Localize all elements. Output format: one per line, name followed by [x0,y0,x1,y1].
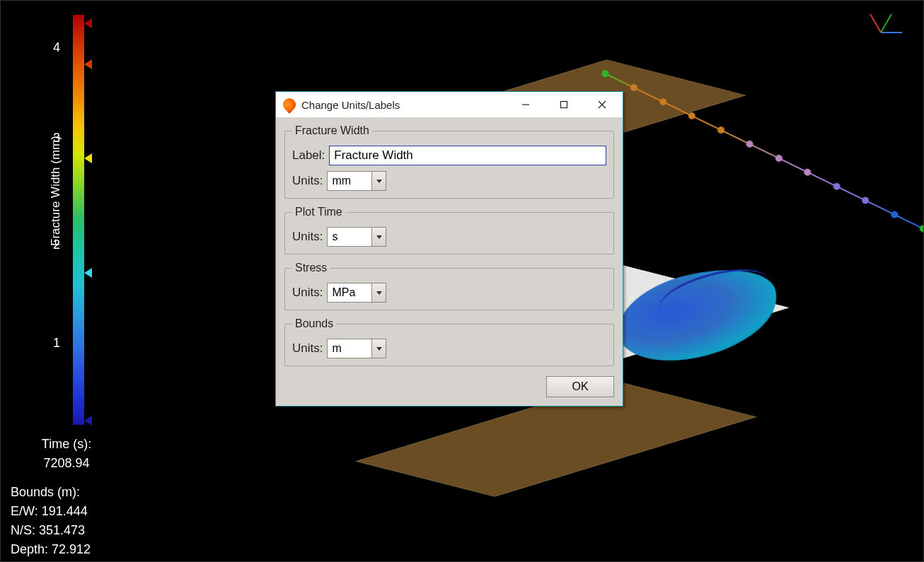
chevron-down-icon [371,172,386,190]
time-value: 7208.94 [28,454,105,473]
bounds-units-select[interactable]: m [327,339,386,358]
colorbar-axis-label: Fracture Width (mm) [49,136,63,246]
legend-bounds: Bounds [292,317,336,330]
svg-rect-1 [561,102,567,108]
colorbar-marker[interactable] [84,18,92,28]
fracture-width-label-input[interactable] [329,146,606,165]
app-icon [280,95,298,113]
bounds-ew: E/W: 191.444 [11,502,91,521]
close-icon [598,100,606,109]
bounds-ns: N/S: 351.473 [11,521,91,540]
axis-y [880,14,892,33]
stress-units-select[interactable]: MPa [327,283,386,303]
dialog-title: Change Units/Labels [301,99,504,111]
select-value: mm [328,172,371,190]
ok-button[interactable]: OK [546,376,614,397]
minimize-button[interactable] [509,94,542,115]
chevron-down-icon [371,339,386,358]
bounds-readout: Bounds (m): E/W: 191.444 N/S: 351.473 De… [11,483,91,559]
bounds-label: Bounds (m): [11,483,91,502]
maximize-icon [560,100,568,109]
trajectory-node [889,210,899,219]
units-label: Units: [292,230,323,244]
colorbar-tick: 2 [53,237,60,252]
legend-stress: Stress [292,262,330,274]
close-button[interactable] [586,94,618,115]
trajectory-node [687,111,696,120]
units-label: Units: [292,341,323,356]
trajectory-node [860,196,870,205]
colorbar-marker[interactable] [84,153,92,163]
group-plot-time: Plot Time Units: s [284,206,614,254]
colorbar-marker[interactable] [84,59,92,69]
minimize-icon [521,100,530,109]
maximize-button[interactable] [548,94,580,115]
group-fracture-width: Fracture Width Label: Units: mm [284,124,614,199]
time-readout: Time (s): 7208.94 [28,435,105,473]
select-value: s [328,228,371,246]
fracture-width-units-select[interactable]: mm [327,171,386,191]
dialog-titlebar[interactable]: Change Units/Labels [276,92,623,117]
well-trajectory [602,71,923,234]
trajectory-node [774,153,783,163]
colorbar: Fracture Width (mm) 4321 [22,11,114,428]
units-label: Units: [292,286,323,300]
colorbar-tick: 4 [53,40,60,55]
trajectory-node [803,168,812,177]
colorbar-marker[interactable] [84,268,92,278]
group-bounds: Bounds Units: m [284,317,614,366]
units-label: Units: [292,174,323,188]
colorbar-tick: 1 [53,336,60,351]
colorbar-gradient [73,15,84,425]
trajectory-node [832,182,841,191]
chevron-down-icon [371,283,386,302]
colorbar-marker[interactable] [84,416,92,426]
trajectory-node [745,139,754,148]
legend-plot-time: Plot Time [292,206,345,218]
plot-time-units-select[interactable]: s [327,227,386,247]
trajectory-node [716,125,725,134]
colorbar-tick: 3 [53,131,60,146]
axis-x [870,14,882,33]
axis-z [881,32,902,33]
select-value: MPa [328,283,371,302]
trajectory-node [918,224,923,233]
group-stress: Stress Units: MPa [284,262,614,310]
legend-fracture-width: Fracture Width [292,124,372,137]
chevron-down-icon [371,228,386,246]
time-label: Time (s): [28,435,105,454]
axis-triad [861,11,902,45]
select-value: m [328,339,371,358]
bounds-depth: Depth: 72.912 [11,540,91,559]
change-units-dialog: Change Units/Labels Fracture Width Label… [275,91,623,406]
label-field-label: Label: [292,148,325,163]
